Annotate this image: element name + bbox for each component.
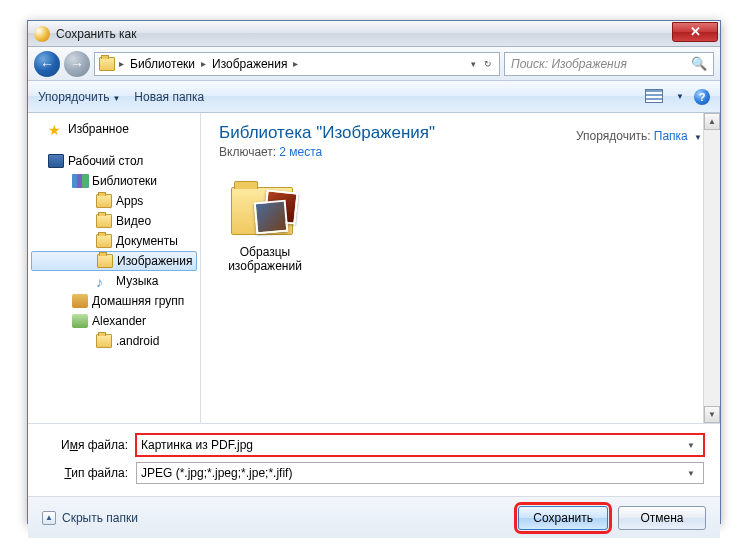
save-button[interactable]: Сохранить [518,506,608,530]
view-options-button[interactable] [645,89,663,105]
tree-apps[interactable]: Apps [28,191,200,211]
tree-android[interactable]: .android [28,331,200,351]
close-button[interactable]: ✕ [672,22,718,42]
tree-pictures[interactable]: Изображения [31,251,197,271]
tree-user[interactable]: Alexander [28,311,200,331]
music-icon: ♪ [96,274,112,288]
star-icon: ★ [48,122,64,136]
save-as-dialog: Сохранить как ✕ ← → ▸ Библиотеки ▸ Изобр… [27,20,721,524]
back-button[interactable]: ← [34,51,60,77]
scroll-up-button[interactable]: ▲ [704,113,720,130]
help-button[interactable]: ? [694,89,710,105]
chevron-down-icon: ▼ [694,133,702,142]
vertical-scrollbar[interactable]: ▲ ▼ [703,113,720,423]
scroll-down-button[interactable]: ▼ [704,406,720,423]
chevron-right-icon[interactable]: ▸ [199,58,208,69]
dialog-body: ★Избранное Рабочий стол Библиотеки Apps … [28,113,720,423]
nav-bar: ← → ▸ Библиотеки ▸ Изображения ▸ ▾ ↻ Пои… [28,47,720,81]
tree-video[interactable]: Видео [28,211,200,231]
organize-menu[interactable]: Упорядочить▼ [38,90,120,104]
folder-icon [96,234,112,248]
homegroup-icon [72,294,88,308]
folder-icon [99,57,115,71]
sort-control: Упорядочить: Папка ▼ [576,129,702,143]
includes-link[interactable]: 2 места [279,145,322,159]
chevron-right-icon[interactable]: ▸ [291,58,300,69]
chevron-right-icon[interactable]: ▸ [117,58,126,69]
folder-icon [96,214,112,228]
desktop-icon [48,154,64,168]
folder-icon [97,254,113,268]
navigation-pane: ★Избранное Рабочий стол Библиотеки Apps … [28,113,201,423]
expand-icon[interactable]: ▲ [42,511,56,525]
tree-favorites[interactable]: ★Избранное [28,119,200,139]
user-icon [72,314,88,328]
chevron-down-icon: ▼ [112,94,120,103]
file-list-pane: Библиотека "Изображения" Включает: 2 мес… [201,113,720,423]
libraries-icon [72,174,88,188]
new-folder-button[interactable]: Новая папка [134,90,204,104]
chevron-down-icon[interactable]: ▼ [676,92,684,101]
fields-area: Имя файла: Картинка из PDF.jpg ▼ Тип фай… [28,423,720,496]
forward-button[interactable]: → [64,51,90,77]
chevron-down-icon[interactable]: ▾ [468,59,479,69]
folder-icon [96,194,112,208]
folder-icon [96,334,112,348]
breadcrumb-pictures[interactable]: Изображения [210,57,289,71]
filetype-label: Тип файла: [44,466,128,480]
library-subtitle: Включает: 2 места [219,145,702,159]
sort-dropdown[interactable]: Папка ▼ [654,129,702,143]
folder-item-samples[interactable]: Образцыизображений [219,181,311,274]
app-icon [34,26,50,42]
toolbar: Упорядочить▼ Новая папка ▼ ? [28,81,720,113]
window-title: Сохранить как [56,27,136,41]
item-label: Образцыизображений [219,245,311,274]
refresh-icon[interactable]: ↻ [481,59,495,69]
filename-input[interactable]: Картинка из PDF.jpg ▼ [136,434,704,456]
tree-music[interactable]: ♪Музыка [28,271,200,291]
tree-libraries[interactable]: Библиотеки [28,171,200,191]
filename-label: Имя файла: [44,438,128,452]
titlebar: Сохранить как ✕ [28,21,720,47]
cancel-button[interactable]: Отмена [618,506,706,530]
chevron-down-icon[interactable]: ▼ [683,469,699,478]
filetype-select[interactable]: JPEG (*.jpg;*.jpeg;*.jpe;*.jfif) ▼ [136,462,704,484]
footer: ▲ Скрыть папки Сохранить Отмена [28,496,720,538]
tree-desktop[interactable]: Рабочий стол [28,151,200,171]
hide-folders-link[interactable]: Скрыть папки [62,511,138,525]
search-icon: 🔍 [691,56,707,71]
tree-homegroup[interactable]: Домашняя групп [28,291,200,311]
breadcrumb-libraries[interactable]: Библиотеки [128,57,197,71]
chevron-down-icon[interactable]: ▼ [683,441,699,450]
address-bar[interactable]: ▸ Библиотеки ▸ Изображения ▸ ▾ ↻ [94,52,500,76]
tree-documents[interactable]: Документы [28,231,200,251]
search-input[interactable]: Поиск: Изображения 🔍 [504,52,714,76]
folder-thumbnail [229,181,301,239]
search-placeholder: Поиск: Изображения [511,57,627,71]
